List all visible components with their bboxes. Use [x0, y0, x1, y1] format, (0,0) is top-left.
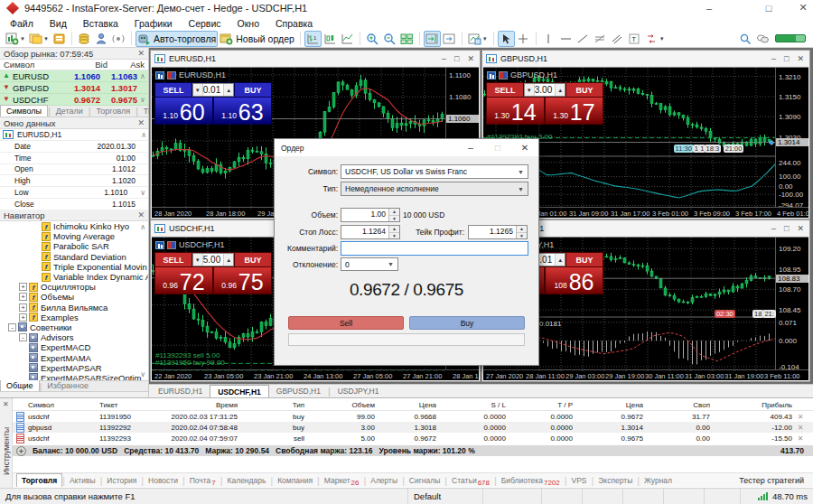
- navigator-item[interactable]: fIchimoku Kinko Hyo: [0, 221, 148, 231]
- navigator-item[interactable]: +fОсцилляторы: [0, 282, 148, 292]
- autotrade-button[interactable]: Авто-торговля: [136, 31, 218, 47]
- type-select[interactable]: Немедленное исполнение▼: [341, 182, 528, 196]
- indicators-button[interactable]: ▼: [466, 31, 490, 47]
- volume-up-icon[interactable]: ▲: [223, 84, 233, 96]
- toolbox-tab-14[interactable]: Эксперты: [593, 473, 637, 487]
- navigator-close-icon[interactable]: ✕: [137, 210, 145, 219]
- line-view-button[interactable]: [339, 31, 356, 47]
- volume-down-icon[interactable]: ▼: [193, 254, 203, 266]
- expand-icon[interactable]: +: [19, 303, 27, 312]
- buy-button[interactable]: BUY: [235, 253, 271, 266]
- toolbox-close-icon[interactable]: ✕: [3, 400, 9, 408]
- navigator-item[interactable]: -Советники: [0, 322, 148, 332]
- bars-view-button[interactable]: 1: [304, 31, 322, 47]
- toolbox-tab-1[interactable]: Торговля: [16, 473, 62, 487]
- fibo-tool-button[interactable]: [592, 31, 609, 47]
- chart-close-button[interactable]: ✕: [467, 54, 474, 63]
- dialog-sell-button[interactable]: Sell: [288, 316, 404, 330]
- chart-tab-4[interactable]: USDJPY,H1: [331, 385, 387, 397]
- toolbox-tab-8[interactable]: Маркет26: [320, 473, 364, 487]
- market-watch-tab-2[interactable]: Детали: [51, 105, 89, 117]
- toolbox-tab-7[interactable]: Компания: [273, 473, 317, 487]
- market-watch-row[interactable]: ▼GBPUSD1.30141.3017: [0, 82, 148, 94]
- chart-maximize-button[interactable]: □: [784, 224, 789, 233]
- trade-row[interactable]: usdchf113922932020.02.04 07:59:07sell5.0…: [13, 433, 813, 443]
- collapse-icon[interactable]: -: [19, 333, 27, 341]
- close-position-icon[interactable]: ✕: [792, 413, 808, 421]
- close-position-icon[interactable]: ✕: [792, 434, 808, 443]
- volume-up-icon[interactable]: ▲: [555, 84, 565, 96]
- auto-scroll-button[interactable]: [441, 31, 458, 47]
- chart-maximize-button[interactable]: □: [454, 54, 459, 63]
- navigator-item[interactable]: ExpertMAMA: [0, 352, 148, 362]
- quick-trade-icon[interactable]: [167, 71, 176, 79]
- scroll-up-icon[interactable]: ∧: [140, 223, 145, 231]
- menu-item-6[interactable]: Окно: [229, 18, 267, 29]
- chart-mode-icon[interactable]: [487, 71, 496, 79]
- chart-tab-2[interactable]: USDCHF,H1: [210, 385, 269, 397]
- chart-minimize-button[interactable]: –: [771, 224, 776, 233]
- expand-icon[interactable]: +: [16, 446, 26, 456]
- toolbox-tab-9[interactable]: Алерты: [366, 473, 402, 487]
- symbol-select[interactable]: USDCHF, US Dollar vs Swiss Franc▼: [341, 164, 528, 179]
- chat-button[interactable]: [754, 31, 771, 47]
- toolbox-tab-10[interactable]: Сигналы: [405, 473, 444, 487]
- scroll-down-icon[interactable]: ∨: [140, 96, 145, 104]
- window-minimize-button[interactable]: –: [697, 0, 721, 15]
- zoom-in-button[interactable]: [364, 31, 381, 47]
- vline-tool-button[interactable]: [540, 31, 557, 47]
- scroll-down-icon[interactable]: ∨: [140, 370, 145, 378]
- market-watch-row[interactable]: ▲EURUSD1.10601.1063∧: [0, 70, 148, 82]
- expand-icon[interactable]: +: [19, 283, 27, 291]
- volume-up-icon[interactable]: ▲: [223, 254, 233, 266]
- scroll-up-icon[interactable]: ∧: [140, 72, 145, 80]
- toolbox-tab-12[interactable]: Библиотека7202: [497, 473, 565, 487]
- navigator-item[interactable]: fTriple Exponential Movin: [0, 262, 148, 272]
- buy-price-box[interactable]: 1.1063: [214, 98, 271, 124]
- collapse-icon[interactable]: -: [8, 323, 16, 331]
- toolbox-tab-15[interactable]: Журнал: [640, 473, 677, 487]
- expand-icon[interactable]: +: [19, 313, 27, 322]
- scroll-up-icon[interactable]: ∧: [141, 131, 148, 139]
- buy-button[interactable]: BUY: [235, 83, 271, 97]
- buy-price-box[interactable]: 1.3017: [546, 98, 603, 124]
- navigator-tab-2[interactable]: Избранное: [42, 379, 94, 391]
- menu-item-1[interactable]: Файл: [2, 18, 42, 29]
- hline-tool-button[interactable]: [557, 31, 575, 47]
- volume-stepper[interactable]: ▼0.01▲: [192, 83, 234, 97]
- navigator-item[interactable]: ExpertMACD: [0, 342, 148, 352]
- channel-tool-button[interactable]: [609, 31, 626, 47]
- chart-mode-icon[interactable]: [155, 71, 164, 79]
- toolbox-tab-5[interactable]: Почта7: [185, 473, 220, 487]
- market-watch-tab-1[interactable]: Символы: [0, 105, 48, 117]
- toolbox-tab-2[interactable]: Активы: [65, 473, 100, 487]
- navigator-item[interactable]: fMoving Average: [0, 231, 148, 241]
- comment-input[interactable]: [341, 241, 528, 256]
- buy-button[interactable]: BUY: [566, 83, 603, 97]
- chart-close-button[interactable]: ✕: [797, 54, 804, 63]
- trade-row[interactable]: gbpusd113922922020.02.04 07:58:48buy3.00…: [13, 422, 813, 433]
- menu-item-4[interactable]: Графики: [126, 18, 181, 29]
- toolbox-tab-11[interactable]: Статьи678: [447, 473, 494, 487]
- tile-windows-button[interactable]: [398, 31, 416, 47]
- sell-button[interactable]: SELL: [155, 253, 192, 266]
- deposit-button[interactable]: [76, 31, 93, 47]
- window-maximize-button[interactable]: □: [757, 0, 780, 15]
- strategy-tester-link[interactable]: Тестер стратегий: [739, 476, 804, 485]
- market-watch-tab-3[interactable]: Торговля: [91, 105, 136, 117]
- dialog-buy-button[interactable]: Buy: [409, 316, 525, 330]
- menu-item-2[interactable]: Вид: [42, 18, 75, 29]
- volume-down-icon[interactable]: ▼: [525, 84, 535, 96]
- sell-price-box[interactable]: 0.9672: [155, 267, 212, 294]
- chart-mode-icon[interactable]: [155, 241, 164, 249]
- volume-stepper[interactable]: ▼5.00▲: [192, 253, 234, 266]
- expand-icon[interactable]: +: [19, 293, 27, 301]
- navigator-item[interactable]: fVariable Index Dynamic A: [0, 272, 148, 282]
- navigator-item[interactable]: +fОбъемы: [0, 292, 148, 302]
- navigator-item[interactable]: +fExamples: [0, 313, 148, 322]
- buy-price-box[interactable]: 0.9675: [214, 267, 271, 294]
- sell-price-box[interactable]: 1.1060: [155, 98, 212, 124]
- deviation-select[interactable]: 0▼: [341, 257, 398, 271]
- status-profile[interactable]: Default: [408, 489, 483, 504]
- profiles-button[interactable]: ▼: [27, 31, 51, 47]
